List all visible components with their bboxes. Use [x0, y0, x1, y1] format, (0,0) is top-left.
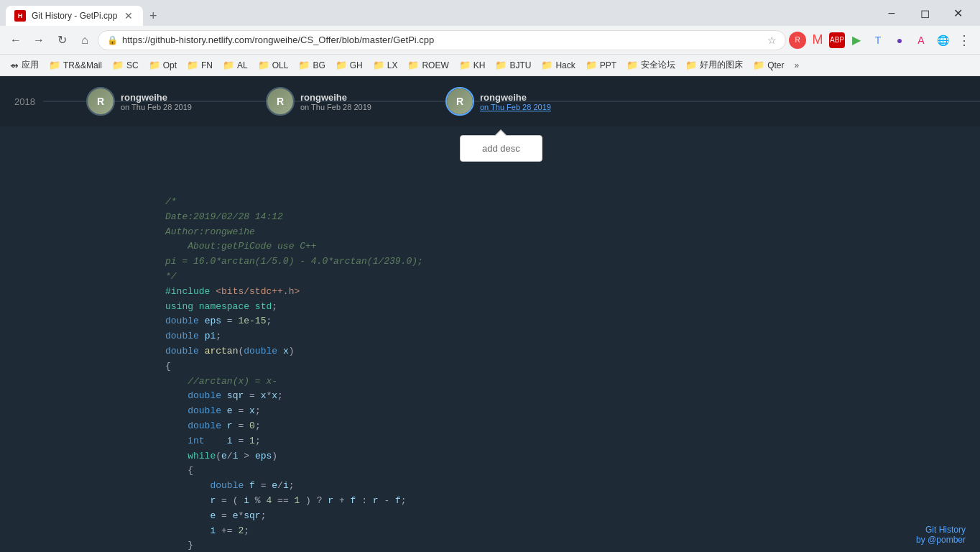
code-line-8: using namespace std;: [165, 300, 966, 315]
commit-avatar-area-1: R rongweihe on Thu Feb 28 2019: [86, 87, 192, 116]
code-line-19: {: [165, 464, 966, 479]
bookmark-lx[interactable]: 📁 LX: [369, 58, 402, 72]
code-line-2: Date:2019/02/28 14:12: [165, 210, 966, 225]
bookmark-label-roew: ROEW: [422, 60, 448, 70]
folder-icon-1: 📁: [49, 60, 60, 70]
active-tab[interactable]: H Git History - GetPi.cpp ✕: [6, 6, 143, 26]
bookmark-star-icon[interactable]: ☆: [767, 34, 777, 46]
extension-icon-1[interactable]: R: [789, 32, 806, 49]
footer-line1: Git History: [916, 525, 966, 535]
bookmark-fn[interactable]: 📁 FN: [182, 58, 217, 72]
tab-title: Git History - GetPi.cpp: [32, 11, 117, 21]
commit-entry-3[interactable]: R rongweihe on Thu Feb 28 2019: [445, 87, 551, 116]
tooltip-container: add desc: [445, 135, 542, 162]
avatar-img-2: R: [267, 88, 293, 114]
avatar-img-1: R: [88, 88, 114, 114]
bookmark-oll[interactable]: 📁 OLL: [254, 58, 293, 72]
forward-button[interactable]: →: [29, 30, 49, 50]
commit-entry-2[interactable]: R rongweihe on Thu Feb 28 2019: [266, 87, 371, 116]
bookmark-roew[interactable]: 📁 ROEW: [403, 58, 453, 72]
tab-favicon: H: [14, 10, 26, 22]
bookmark-kh[interactable]: 📁 KH: [455, 58, 490, 72]
bookmark-al[interactable]: 📁 AL: [218, 58, 252, 72]
chrome-menu-button[interactable]: ⋮: [954, 30, 974, 50]
new-tab-button[interactable]: +: [143, 6, 163, 26]
tab-close-button[interactable]: ✕: [123, 10, 134, 22]
avatar-img-3: R: [447, 88, 473, 114]
code-line-9: double eps = 1e-15;: [165, 314, 966, 329]
folder-icon-14: 📁: [586, 60, 597, 70]
tab-area: H Git History - GetPi.cpp ✕ +: [6, 0, 872, 26]
bookmark-gh[interactable]: 📁 GH: [331, 58, 367, 72]
close-button[interactable]: ✕: [941, 2, 974, 24]
folder-icon-6: 📁: [258, 60, 269, 70]
extension-icon-4[interactable]: ▶: [846, 30, 866, 50]
bookmark-sc[interactable]: 📁 SC: [108, 58, 143, 72]
nav-icons-area: R M ABP ▶ T ● A 🌐 ⋮: [789, 30, 974, 50]
bookmark-ppt[interactable]: 📁 PPT: [581, 58, 621, 72]
code-line-23: i += 2;: [165, 524, 966, 539]
code-line-7: #include <bits/stdc++.h>: [165, 285, 966, 300]
bookmark-apps[interactable]: ⇴ 应用: [6, 58, 43, 73]
extension-icon-5[interactable]: T: [868, 30, 888, 50]
commit-avatar-area-2: R rongweihe on Thu Feb 28 2019: [266, 87, 371, 116]
bookmark-label-al: AL: [237, 60, 248, 70]
bookmark-imagebed[interactable]: 📁 好用的图床: [681, 58, 747, 73]
bookmark-bjtu[interactable]: 📁 BJTU: [491, 58, 535, 72]
bookmark-label-oll: OLL: [272, 60, 289, 70]
folder-icon-17: 📁: [753, 60, 764, 70]
commit-info-3: rongweihe on Thu Feb 28 2019: [480, 92, 551, 111]
bookmark-trrmail[interactable]: 📁 TR&&Mail: [45, 58, 106, 72]
home-button[interactable]: ⌂: [75, 30, 95, 50]
code-line-12: {: [165, 359, 966, 374]
code-line-18: while(e/i > eps): [165, 449, 966, 464]
bookmark-opt[interactable]: 📁 Opt: [144, 58, 181, 72]
bookmark-label-imagebed: 好用的图床: [700, 59, 743, 71]
nav-bar: ← → ↻ ⌂ 🔒 https://github-history.netlify…: [0, 26, 980, 55]
folder-icon-9: 📁: [373, 60, 384, 70]
code-line-16: double r = 0;: [165, 419, 966, 434]
code-line-17: int i = 1;: [165, 434, 966, 449]
folder-icon-13: 📁: [541, 60, 553, 70]
commit-entry-1[interactable]: R rongweihe on Thu Feb 28 2019: [86, 87, 192, 116]
folder-icon-16: 📁: [685, 60, 697, 70]
commit-username-2: rongweihe: [300, 92, 371, 103]
commit-avatar-area-3: R rongweihe on Thu Feb 28 2019: [445, 87, 551, 116]
back-button[interactable]: ←: [6, 30, 26, 50]
bookmark-label-sc: SC: [126, 60, 139, 70]
extension-icon-8[interactable]: 🌐: [933, 30, 953, 50]
extension-icon-3[interactable]: ABP: [829, 32, 845, 48]
footer: Git History by @pomber: [916, 525, 966, 545]
commit-date-1: on Thu Feb 28 2019: [121, 103, 192, 111]
code-line-6: */: [165, 270, 966, 285]
bookmark-label-lx: LX: [387, 60, 398, 70]
history-bar: 2018 R rongweihe on Thu Feb 28 2019: [0, 76, 980, 126]
bookmark-label-qter: Qter: [767, 60, 784, 70]
bookmark-security[interactable]: 📁 安全论坛: [622, 58, 680, 73]
restore-button[interactable]: ◻: [908, 2, 941, 24]
bookmark-label-trrmail: TR&&Mail: [63, 60, 102, 70]
year-label: 2018: [14, 96, 35, 107]
folder-icon-8: 📁: [336, 60, 347, 70]
extension-icon-6[interactable]: ●: [889, 30, 910, 50]
code-line-20: double f = e/i;: [165, 479, 966, 494]
commit-avatar-1: R: [86, 87, 115, 116]
address-bar[interactable]: 🔒 https://github-history.netlify.com/ron…: [98, 30, 786, 50]
code-line-10: double pi;: [165, 329, 966, 344]
bookmarks-more-button[interactable]: »: [790, 59, 803, 72]
minimize-button[interactable]: –: [875, 2, 908, 24]
reload-button[interactable]: ↻: [52, 30, 72, 50]
extension-icon-2[interactable]: M: [808, 30, 828, 50]
footer-line2: by @pomber: [916, 535, 966, 545]
code-area: /* Date:2019/02/28 14:12 Author:rongweih…: [165, 195, 966, 523]
bookmark-bg[interactable]: 📁 BG: [294, 58, 329, 72]
extension-icon-7[interactable]: A: [911, 30, 931, 50]
bookmark-qter[interactable]: 📁 Qter: [749, 58, 788, 72]
folder-icon-15: 📁: [627, 60, 638, 70]
bookmark-label-security: 安全论坛: [641, 59, 675, 71]
folder-icon-7: 📁: [298, 60, 310, 70]
bookmark-hack[interactable]: 📁 Hack: [537, 58, 579, 72]
bookmark-label-bg: BG: [313, 60, 325, 70]
bookmark-label-opt: Opt: [163, 60, 177, 70]
code-line-5: pi = 16.0*arctan(1/5.0) - 4.0*arctan(1/2…: [165, 254, 966, 270]
